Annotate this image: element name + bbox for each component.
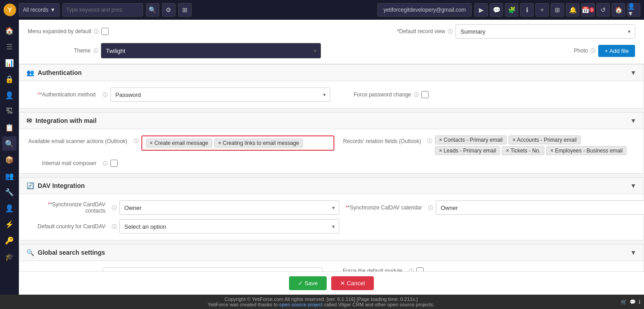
save-button[interactable]: ✓ Save: [289, 276, 327, 290]
theme-select[interactable]: Twilight: [101, 43, 321, 58]
authentication-section: 👥 Authentication ▼ **Authentication meth…: [19, 64, 644, 109]
top-navbar: Y All records ▼ 🔍 ⚙ ⊞ yetiforcegitdevelo…: [0, 0, 644, 20]
user-menu-icon[interactable]: 👤▼: [627, 3, 640, 17]
theme-field: Theme ⓘ Twilight: [28, 43, 321, 58]
sync-carddav-select[interactable]: Owner: [119, 200, 339, 215]
sidebar-icon-users[interactable]: 👥: [2, 169, 17, 183]
available-email-info[interactable]: ⓘ: [134, 135, 139, 144]
authentication-section-header[interactable]: 👥 Authentication ▼: [19, 65, 644, 81]
sync-caldav-wrapper: Owner: [436, 200, 644, 215]
auth-method-select[interactable]: Password: [110, 87, 330, 102]
relation-tag-employees[interactable]: × Employees - Business email: [546, 146, 626, 155]
dav-integration-section: 🔄 DAV Integration ▼ **Synchronize CardDA…: [19, 177, 644, 240]
photo-info[interactable]: ⓘ: [591, 48, 596, 54]
home-icon[interactable]: 🏠: [612, 3, 625, 17]
records-relation-info[interactable]: ⓘ: [427, 135, 432, 144]
sync-carddav-info[interactable]: ⓘ: [112, 205, 117, 211]
force-password-field: Force password change ⓘ: [348, 91, 429, 98]
grid-icon[interactable]: ⊞: [178, 3, 192, 17]
sync-caldav-select[interactable]: Owner: [436, 200, 644, 215]
sidebar-icon-home[interactable]: 🏠: [2, 23, 17, 38]
settings-icon[interactable]: ⚙: [162, 3, 175, 17]
auth-method-label: **Authentication method: [28, 91, 100, 98]
top-section: Menu expanded by default ⓘ *Default reco…: [19, 20, 644, 64]
relation-tag-leads[interactable]: × Leads - Primary email: [435, 146, 500, 155]
default-country-info[interactable]: ⓘ: [112, 223, 117, 230]
puzzle-icon[interactable]: 🧩: [505, 3, 518, 17]
app-footer: Copyright © YetiForce.com All rights res…: [0, 295, 644, 309]
mail-section-title: ✉ Integration with mail: [26, 117, 96, 124]
sidebar-icon-bolt[interactable]: ⚡: [2, 217, 17, 231]
available-email-label: Available email scanner actions (Outlook…: [28, 135, 131, 144]
sidebar-icon-wrench[interactable]: 🔧: [2, 185, 17, 199]
force-password-checkbox[interactable]: [421, 91, 429, 98]
video-icon[interactable]: ▶: [474, 3, 488, 17]
authentication-chevron: ▼: [630, 69, 636, 76]
global-search-chevron: ▼: [630, 249, 636, 256]
records-relation-field: Records' relation fields (Outlook) ⓘ × C…: [343, 135, 635, 155]
footer-icons: 🛒 💬 ℹ: [621, 299, 640, 305]
calendar-icon[interactable]: 📅3: [581, 3, 595, 17]
dav-right: **Synchronize CalDAV calendar ⓘ Owner: [345, 200, 644, 234]
sidebar-icon-list[interactable]: ☰: [2, 39, 17, 54]
footer-cart-icon[interactable]: 🛒: [621, 299, 627, 305]
global-search-input[interactable]: [62, 3, 143, 17]
mail-integration-content: Available email scanner actions (Outlook…: [19, 129, 644, 173]
open-source-link[interactable]: open source project: [279, 302, 323, 307]
history-icon[interactable]: ↺: [596, 3, 610, 17]
relation-tag-tickets[interactable]: × Tickets - No.: [502, 146, 544, 155]
sidebar-icon-search[interactable]: 🔍: [2, 136, 17, 151]
tag-create-email[interactable]: × Create email message: [146, 139, 212, 148]
default-record-view-select[interactable]: Summary: [456, 24, 635, 39]
force-password-info[interactable]: ⓘ: [414, 91, 419, 98]
sidebar-icon-user[interactable]: 👤: [2, 88, 17, 102]
relation-tag-accounts[interactable]: × Accounts - Primary email: [508, 135, 581, 144]
nav-right-icons: ▶ 💬 🧩 ℹ ＋ ⊞ 🔔 📅3 ↺ 🏠 👤▼: [474, 3, 640, 17]
footer-actions: ✓ Save ✕ Cancel: [19, 271, 644, 295]
sidebar-icon-chart[interactable]: 📊: [2, 56, 17, 70]
plus-icon[interactable]: ＋: [535, 3, 549, 17]
bell-icon[interactable]: 🔔: [566, 3, 579, 17]
sidebar-icon-grad[interactable]: 🎓: [2, 249, 17, 264]
sidebar-icon-key[interactable]: 🔑: [2, 233, 17, 248]
default-record-view-info[interactable]: ⓘ: [448, 28, 453, 35]
dav-left: **Synchronize CardDAV contacts ⓘ Owner D…: [28, 200, 339, 234]
default-country-field: Default country for CardDAV ⓘ Select an …: [28, 219, 339, 234]
sidebar-icon-doc[interactable]: 📋: [2, 120, 17, 135]
records-relation-label: Records' relation fields (Outlook): [343, 135, 425, 144]
footer-chat-icon[interactable]: 💬: [630, 299, 636, 305]
dav-section-header[interactable]: 🔄 DAV Integration ▼: [19, 178, 644, 194]
auth-method-info[interactable]: ⓘ: [103, 91, 108, 98]
record-select-dropdown[interactable]: All records ▼: [19, 3, 60, 17]
chat-icon[interactable]: 💬: [490, 3, 503, 17]
sidebar-icon-org[interactable]: 🏗: [2, 104, 17, 118]
modules-icon[interactable]: ⊞: [551, 3, 564, 17]
internal-mail-info[interactable]: ⓘ: [103, 160, 108, 167]
sync-caldav-info[interactable]: ⓘ: [428, 205, 433, 211]
global-search-header[interactable]: 🔍 Global search settings ▼: [19, 244, 644, 261]
menu-expanded-checkbox[interactable]: [101, 28, 109, 35]
menu-expanded-info[interactable]: ⓘ: [94, 28, 99, 35]
info-icon[interactable]: ℹ: [520, 3, 534, 17]
sidebar-icon-box[interactable]: 📦: [2, 152, 17, 167]
dav-section-content: **Synchronize CardDAV contacts ⓘ Owner D…: [19, 194, 644, 240]
cancel-button[interactable]: ✕ Cancel: [331, 276, 374, 290]
relation-tag-contacts[interactable]: × Contacts - Primary email: [435, 135, 507, 144]
auth-method-field: **Authentication method ⓘ Password: [28, 87, 330, 102]
add-file-button[interactable]: + Add file: [598, 45, 635, 57]
sync-carddav-field: **Synchronize CardDAV contacts ⓘ Owner: [28, 200, 339, 215]
tag-creating-links[interactable]: × Creating links to email message: [214, 139, 303, 148]
footer-info2-icon[interactable]: ℹ: [639, 299, 640, 305]
relation-tags-row2: × Leads - Primary email × Tickets - No. …: [435, 146, 626, 155]
footer-copyright: Copyright © YetiForce.com All rights res…: [208, 296, 434, 307]
mail-section-header[interactable]: ✉ Integration with mail ▼: [19, 113, 644, 129]
mail-section-chevron: ▼: [630, 117, 636, 124]
internal-mail-checkbox[interactable]: [110, 160, 118, 167]
search-button[interactable]: 🔍: [146, 3, 159, 17]
theme-info[interactable]: ⓘ: [93, 48, 98, 54]
sync-caldav-field: **Synchronize CalDAV calendar ⓘ Owner: [345, 200, 644, 215]
sidebar-icon-lock[interactable]: 🔒: [2, 72, 17, 86]
sidebar-icon-person[interactable]: 👤: [2, 201, 17, 215]
default-country-select[interactable]: Select an option: [119, 219, 339, 234]
photo-field: Photo ⓘ + Add file: [525, 45, 635, 57]
